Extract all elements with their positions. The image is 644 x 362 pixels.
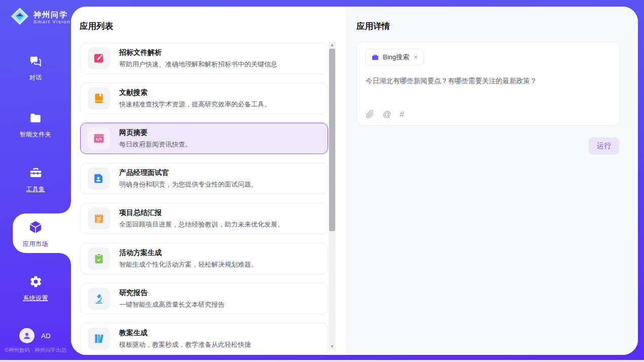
app-name: 教案生成 — [119, 329, 251, 338]
app-card-meta: 网页摘要每日政府新闻资讯快查。 — [119, 128, 192, 149]
app-card-meta: 文献搜索快速精准查找学术资源，提高研究效率的必备工具。 — [119, 88, 271, 109]
sidebar-item-label: 工具集 — [26, 185, 45, 194]
gear-icon — [29, 275, 43, 291]
app-description: 智能生成个性化活动方案，轻松解决规划难题。 — [119, 260, 258, 269]
brand-name: 神州问学 — [33, 10, 70, 19]
app-card[interactable]: 项目总结汇报全面回顾项目进展，总结经验教训，助力未来优化发展。 — [80, 203, 328, 234]
brand-text: 神州问学 Smart Vision — [33, 10, 70, 24]
scrollbar[interactable]: ▲ ▼ — [329, 42, 336, 350]
app-card[interactable]: 产品经理面试官明确身份和职责，为您提供专业性的面试问题。 — [80, 163, 328, 194]
sidebar-item-label: 对话 — [29, 74, 42, 82]
run-button[interactable]: 运行 — [589, 137, 619, 155]
app-card-meta: 项目总结汇报全面回顾项目进展，总结经验教训，助力未来优化发展。 — [119, 208, 284, 229]
copyright: ©神州数码 · 神州问学出品 — [0, 347, 71, 354]
chat-icon — [29, 55, 42, 70]
active-tab-curve-top — [60, 202, 71, 213]
scrollbar-thumb[interactable] — [329, 49, 335, 231]
books-icon — [88, 328, 110, 350]
notepad-icon — [88, 207, 110, 230]
folder-icon — [29, 112, 42, 127]
sidebar-item-settings[interactable]: 系统设置 — [0, 275, 71, 303]
briefcase-icon — [371, 53, 379, 61]
app-card[interactable]: 招标文件解析帮助用户快速、准确地理解和解析招标书中的关键信息 — [80, 43, 328, 74]
sidebar-item-folders[interactable]: 智能文件夹 — [0, 112, 71, 139]
scroll-down-arrow[interactable]: ▼ — [329, 343, 336, 350]
interview-doc-icon — [88, 167, 110, 190]
app-card[interactable]: 网页摘要每日政府新闻资讯快查。 — [80, 123, 328, 154]
app-card-meta: 研究报告一键智能生成高质量长文本研究报告 — [119, 288, 225, 309]
brand-gem-icon — [10, 7, 29, 28]
prompt-text[interactable]: 今日湖北有哪些新闻要点？有哪些需要关注的最新政策？ — [366, 76, 612, 86]
brand-logo: 神州问学 Smart Vision — [10, 7, 70, 28]
app-card[interactable]: 文献搜索快速精准查找学术资源，提高研究效率的必备工具。 — [80, 83, 328, 114]
browser-code-icon — [88, 127, 110, 150]
sidebar-item-toolbox[interactable]: 工具集 — [0, 166, 71, 194]
app-card[interactable]: 研究报告一键智能生成高质量长文本研究报告 — [80, 283, 328, 314]
sidebar-item-label: 智能文件夹 — [20, 130, 52, 139]
brand-subtitle: Smart Vision — [33, 19, 70, 24]
sidebar-item-label: 系统设置 — [23, 294, 48, 303]
app-window: 神州问学 Smart Vision 对话智能文件夹工具集应用市场系统设置 AD … — [0, 0, 644, 362]
app-description: 每日政府新闻资讯快查。 — [119, 140, 192, 149]
app-list: 招标文件解析帮助用户快速、准确地理解和解析招标书中的关键信息文献搜索快速精准查找… — [80, 43, 328, 354]
app-name: 网页摘要 — [119, 128, 192, 137]
app-card-meta: 产品经理面试官明确身份和职责，为您提供专业性的面试问题。 — [119, 168, 258, 189]
app-card[interactable]: 教案生成模板驱动，教案秒成，教学准备从此轻松快捷 — [80, 323, 328, 354]
app-card[interactable]: 活动方案生成智能生成个性化活动方案，轻松解决规划难题。 — [80, 243, 328, 274]
app-description: 明确身份和职责，为您提供专业性的面试问题。 — [119, 180, 258, 189]
app-name: 招标文件解析 — [119, 48, 277, 57]
app-description: 帮助用户快速、准确地理解和解析招标书中的关键信息 — [119, 60, 277, 69]
cube-icon — [28, 220, 43, 236]
app-description: 快速精准查找学术资源，提高研究效率的必备工具。 — [119, 100, 271, 109]
app-list-title: 应用列表 — [80, 21, 113, 32]
app-card-meta: 活动方案生成智能生成个性化活动方案，轻松解决规划难题。 — [119, 248, 258, 269]
close-icon[interactable]: × — [414, 53, 418, 61]
active-tab-curve-bottom — [60, 253, 71, 264]
app-name: 研究报告 — [119, 288, 225, 298]
hashtag-icon[interactable]: # — [400, 111, 404, 119]
app-detail-title: 应用详情 — [356, 21, 390, 32]
app-description: 全面回顾项目进展，总结经验教训，助力未来优化发展。 — [119, 220, 284, 229]
sidebar-item-chat[interactable]: 对话 — [0, 55, 71, 82]
scroll-up-arrow[interactable]: ▲ — [329, 42, 336, 49]
app-card-meta: 招标文件解析帮助用户快速、准确地理解和解析招标书中的关键信息 — [119, 48, 277, 69]
toolbox-icon — [29, 166, 43, 182]
tool-tag-label: Bing搜索 — [383, 53, 409, 62]
app-name: 产品经理面试官 — [119, 168, 258, 177]
app-detail-panel: 应用详情 Bing搜索 × 今日湖北有哪些新闻要点？有哪些需要关注的最新政策？ — [347, 7, 638, 355]
clipboard-check-icon — [88, 247, 110, 270]
mention-icon[interactable]: @ — [383, 111, 391, 119]
book-icon — [88, 87, 110, 110]
user-name: AD — [41, 332, 51, 340]
paperclip-icon[interactable] — [366, 110, 374, 119]
main-content: 应用列表 招标文件解析帮助用户快速、准确地理解和解析招标书中的关键信息文献搜索快… — [71, 7, 638, 355]
app-card-meta: 教案生成模板驱动，教案秒成，教学准备从此轻松快捷 — [119, 329, 251, 349]
app-name: 文献搜索 — [119, 88, 271, 97]
app-name: 活动方案生成 — [119, 248, 258, 258]
app-description: 一键智能生成高质量长文本研究报告 — [119, 300, 225, 309]
app-description: 模板驱动，教案秒成，教学准备从此轻松快捷 — [119, 340, 251, 349]
prompt-card: Bing搜索 × 今日湖北有哪些新闻要点？有哪些需要关注的最新政策？ @ # — [356, 42, 620, 126]
doc-edit-icon — [88, 47, 110, 69]
person-icon — [19, 328, 34, 343]
sidebar: 神州问学 Smart Vision 对话智能文件夹工具集应用市场系统设置 AD … — [0, 0, 71, 362]
tool-tag-bing[interactable]: Bing搜索 × — [365, 49, 424, 65]
prompt-toolbar: @ # — [366, 110, 404, 119]
microscope-icon — [88, 287, 110, 310]
app-list-panel: 应用列表 招标文件解析帮助用户快速、准确地理解和解析招标书中的关键信息文献搜索快… — [71, 7, 347, 355]
sidebar-item-label: 应用市场 — [23, 240, 48, 248]
bottom-strip — [0, 360, 644, 362]
sidebar-item-market[interactable]: 应用市场 — [0, 220, 71, 248]
user-chip[interactable]: AD — [19, 328, 51, 343]
app-name: 项目总结汇报 — [119, 208, 284, 218]
